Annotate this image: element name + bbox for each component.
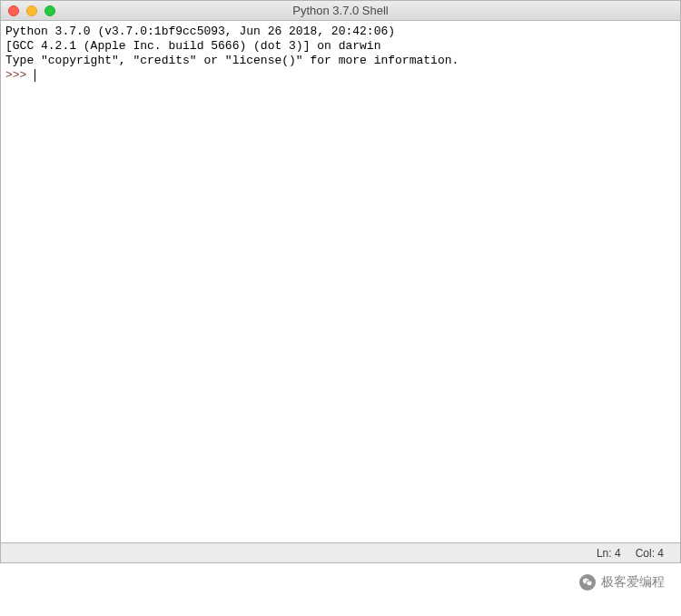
shell-banner-line2: [GCC 4.2.1 (Apple Inc. build 5666) (dot … [5, 39, 380, 53]
watermark-text: 极客爱编程 [601, 574, 665, 591]
shell-content[interactable]: Python 3.7.0 (v3.7.0:1bf9cc5093, Jun 26 … [1, 21, 680, 542]
titlebar[interactable]: Python 3.7.0 Shell [1, 1, 680, 21]
shell-banner-line1: Python 3.7.0 (v3.7.0:1bf9cc5093, Jun 26 … [5, 25, 395, 38]
watermark: 极客爱编程 [579, 574, 665, 591]
shell-prompt: >>> [5, 68, 34, 82]
minimize-icon[interactable] [26, 5, 37, 16]
shell-window: Python 3.7.0 Shell Python 3.7.0 (v3.7.0:… [0, 0, 681, 563]
traffic-lights [1, 5, 55, 16]
wechat-icon [579, 574, 596, 591]
text-cursor [35, 69, 35, 82]
window-title: Python 3.7.0 Shell [1, 4, 680, 17]
shell-banner-line3: Type "copyright", "credits" or "license(… [5, 54, 459, 67]
zoom-icon[interactable] [44, 5, 55, 16]
status-ln: Ln: 4 [597, 547, 621, 560]
statusbar: Ln: 4 Col: 4 [1, 542, 680, 562]
status-col: Col: 4 [636, 547, 664, 560]
close-icon[interactable] [8, 5, 19, 16]
